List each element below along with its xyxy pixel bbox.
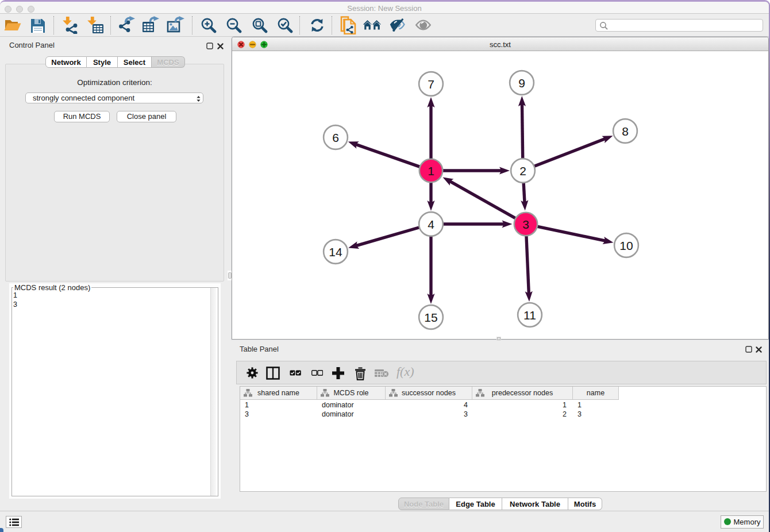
svg-text:14: 14 [329, 245, 342, 259]
svg-text:4: 4 [428, 218, 434, 231]
svg-text:15: 15 [424, 311, 437, 324]
svg-text:6: 6 [332, 131, 339, 144]
svg-text:8: 8 [622, 125, 629, 138]
svg-text:1: 1 [428, 164, 434, 178]
svg-text:10: 10 [619, 239, 633, 252]
svg-text:7: 7 [428, 78, 434, 91]
svg-text:2: 2 [519, 164, 526, 178]
svg-text:3: 3 [522, 218, 529, 231]
svg-text:11: 11 [523, 309, 536, 322]
svg-text:9: 9 [518, 76, 525, 90]
